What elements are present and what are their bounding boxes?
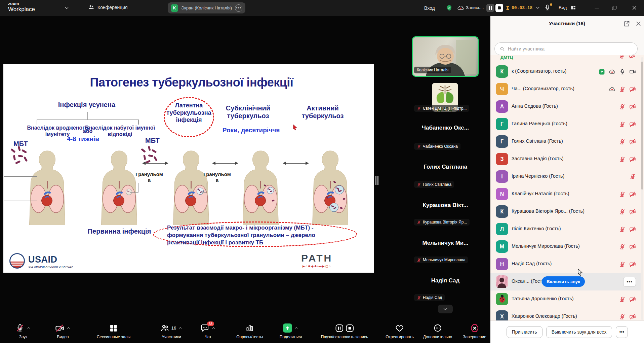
mic-off-icon[interactable] xyxy=(619,296,626,303)
panel-scrollbar-thumb[interactable] xyxy=(641,62,643,190)
tab-conference[interactable]: Конференция xyxy=(88,4,128,10)
partially-scrolled-row[interactable]: ДМТЦ xyxy=(490,56,641,63)
share-pill-more-button[interactable]: ••• xyxy=(235,4,242,12)
sign-in-button[interactable]: Вход xyxy=(424,0,435,16)
view-layout-icon[interactable] xyxy=(570,4,576,11)
participant-name: к (Соорганизатор, гость) xyxy=(512,68,566,74)
mic-off-icon[interactable] xyxy=(619,209,626,215)
cam-off-icon[interactable] xyxy=(629,191,636,198)
cam-off-icon[interactable] xyxy=(629,261,636,268)
view-label[interactable]: Вид xyxy=(559,5,567,10)
security-shield-icon[interactable] xyxy=(446,4,453,11)
mic-off-icon[interactable] xyxy=(619,314,626,320)
participant-name: Клапійчук Наталія (Гость) xyxy=(512,191,569,196)
toolbar-end-meeting[interactable]: Завершение xyxy=(463,322,486,339)
cam-icon[interactable] xyxy=(629,68,636,75)
participant-row[interactable]: Л Лілія Киктенко (Гость) xyxy=(490,220,641,238)
mic-off-icon[interactable] xyxy=(619,104,626,110)
row-more-button[interactable]: ••• xyxy=(623,277,636,287)
share-chevron-icon[interactable] xyxy=(294,326,298,330)
granuloma-label-2: Гранульома xyxy=(203,172,231,183)
participant-row[interactable]: З Заставна Надія (Гость) xyxy=(490,150,641,168)
timer-chevron-icon[interactable] xyxy=(535,5,540,10)
stage-cleared-header: Інфекція усунена xyxy=(58,101,115,109)
tile-display-name[interactable]: Чабаненко Окс... xyxy=(422,125,469,131)
cam-off-icon[interactable] xyxy=(629,296,636,303)
workspace-chevron-icon[interactable] xyxy=(64,5,70,11)
pause-recording-icon[interactable] xyxy=(335,324,344,333)
tile-display-name[interactable]: Голих Світлана xyxy=(424,164,467,170)
tile-display-name[interactable]: Мельничук Ми... xyxy=(422,240,469,246)
invite-button[interactable]: Пригласить xyxy=(507,326,542,338)
popout-panel-icon[interactable] xyxy=(623,20,630,27)
cam-off-icon[interactable] xyxy=(629,208,636,215)
toolbar-audio[interactable]: Звук xyxy=(15,322,31,339)
screen-share-pill[interactable]: K Экран (Колісник Наталія) ••• xyxy=(168,2,245,13)
toolbar-pause-stop-recording[interactable]: Пауза/остановить запись xyxy=(321,322,368,339)
toolbar-breakout-rooms[interactable]: Сессионные залы xyxy=(97,322,130,339)
participant-row[interactable]: К к (Соорганизатор, гость) xyxy=(490,63,641,80)
participant-row[interactable]: Ч Ча... (Соорганизатор, гость) xyxy=(490,80,641,98)
cam-off-icon[interactable] xyxy=(629,313,636,320)
chat-chevron-icon[interactable] xyxy=(211,326,216,330)
cam-off-icon[interactable] xyxy=(629,86,636,93)
participant-row[interactable]: Г Голих Світлана (Гость) xyxy=(490,133,641,150)
thumbnails-collapse-button[interactable] xyxy=(438,305,453,313)
mic-off-icon[interactable] xyxy=(619,86,626,93)
restore-window-icon[interactable] xyxy=(611,5,617,11)
mic-off-icon[interactable] xyxy=(619,121,626,128)
toolbar-video[interactable]: Видео xyxy=(55,322,71,339)
footer-more-button[interactable]: ••• xyxy=(616,326,628,338)
toolbar-participants[interactable]: 16 Участники xyxy=(160,322,183,339)
mic-off-icon[interactable] xyxy=(619,156,626,163)
participant-row[interactable]: К Курашова Вікторія Яро... (Гость) xyxy=(490,203,641,220)
toolbar-more[interactable]: Дополнительно xyxy=(423,322,452,339)
toolbar-polls[interactable]: Опросы/тесты xyxy=(236,322,263,339)
participants-chevron-icon[interactable] xyxy=(178,326,183,330)
tile-display-name[interactable]: Надія Сад xyxy=(431,277,460,284)
tile-display-name[interactable]: Курашова Вікт... xyxy=(423,202,468,209)
mute-all-button[interactable]: Выключить звук для всех xyxy=(546,326,612,338)
mic-off-icon[interactable] xyxy=(630,173,636,180)
cam-off-icon[interactable] xyxy=(629,243,636,250)
toolbar-chat[interactable]: 33 Чат xyxy=(200,322,216,339)
search-input[interactable] xyxy=(508,46,626,52)
toolbar-share[interactable]: Поделиться xyxy=(280,322,302,339)
participant-name: Хавронюк Олександр (Гость) xyxy=(512,313,577,319)
close-panel-icon[interactable] xyxy=(635,20,642,27)
mic-off-icon[interactable] xyxy=(619,226,626,233)
cam-off-icon[interactable] xyxy=(629,226,636,233)
panel-resize-handle[interactable] xyxy=(375,176,378,186)
stop-recording-button[interactable] xyxy=(495,4,503,12)
toolbar-reactions[interactable]: Отреагировать xyxy=(386,322,414,339)
participant-row[interactable]: А Анна Сєдова (Гость) xyxy=(490,98,641,115)
participant-row[interactable]: Татьяна Дорошенко (Гость) xyxy=(490,290,641,308)
cam-off-icon[interactable] xyxy=(629,103,636,110)
participant-row[interactable]: М Мельничук Мирослава (Гость) xyxy=(490,238,641,255)
cam-off-icon[interactable] xyxy=(629,138,636,145)
mic-off-icon[interactable] xyxy=(619,139,626,145)
participant-row[interactable]: N Клапійчук Наталія (Гость) xyxy=(490,185,641,203)
search-participant-box[interactable] xyxy=(494,42,638,55)
mic-off-icon[interactable] xyxy=(619,261,626,268)
mic-off-icon[interactable] xyxy=(619,191,626,198)
cam-off-icon xyxy=(629,56,635,59)
end-meeting-icon xyxy=(470,323,479,333)
stop-recording-icon[interactable] xyxy=(345,324,354,333)
unmute-button[interactable]: Включить звук xyxy=(542,276,585,287)
avatar: А xyxy=(496,100,508,113)
participant-row[interactable]: Н Надія Сад (Гость) xyxy=(490,255,641,273)
mic-off-icon[interactable] xyxy=(619,244,626,250)
participant-row[interactable]: І Ірина Чернієнко (Гость) xyxy=(490,168,641,185)
minimize-window-icon[interactable] xyxy=(594,5,600,11)
close-window-icon[interactable] xyxy=(631,5,638,11)
video-chevron-icon[interactable] xyxy=(67,326,71,330)
mic-icon[interactable] xyxy=(619,69,626,75)
mic-off-icon xyxy=(417,296,421,300)
participant-row[interactable]: Г Галина Ранецька (Гость) xyxy=(490,115,641,133)
cam-off-icon[interactable] xyxy=(629,156,636,163)
pause-recording-button[interactable] xyxy=(486,4,494,12)
participant-row-hovered[interactable]: Оксан... (Гость) Включить звук ••• xyxy=(490,273,641,290)
cam-off-icon[interactable] xyxy=(629,121,636,128)
audio-chevron-icon[interactable] xyxy=(27,326,31,330)
